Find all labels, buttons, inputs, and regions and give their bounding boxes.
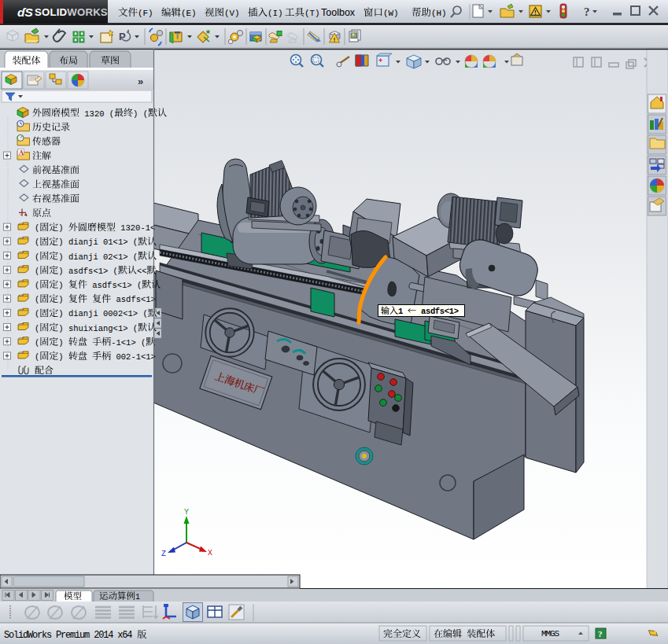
svg-text:(: ( bbox=[35, 252, 39, 262]
svg-text:SolidWorks Premium 2014 x64: SolidWorks Premium 2014 x64 bbox=[4, 630, 137, 641]
svg-text:asdfs<1>: asdfs<1> bbox=[416, 307, 459, 316]
svg-text:Y: Y bbox=[184, 508, 189, 517]
svg-text:(: ( bbox=[35, 281, 39, 290]
svg-text:Toolbox: Toolbox bbox=[321, 7, 356, 18]
svg-text:<<: << bbox=[137, 267, 147, 276]
svg-text:): ) bbox=[58, 295, 68, 304]
svg-text:(F): (F) bbox=[138, 9, 153, 18]
svg-text:) dianji 02<1> (: ) dianji 02<1> ( bbox=[58, 252, 138, 262]
svg-text:!: ! bbox=[334, 36, 336, 43]
svg-text:X: X bbox=[208, 549, 212, 558]
svg-text:) asdfs<1> (: ) asdfs<1> ( bbox=[58, 267, 118, 276]
svg-text:SOLIDWORKS: SOLIDWORKS bbox=[35, 6, 108, 18]
svg-text:) (: ) ( bbox=[133, 109, 148, 119]
svg-text:Z: Z bbox=[161, 550, 166, 558]
svg-text:(: ( bbox=[35, 267, 39, 276]
svg-text:asdfs<1> (: asdfs<1> ( bbox=[87, 281, 142, 290]
svg-text:(V): (V) bbox=[224, 9, 240, 18]
svg-text:1: 1 bbox=[398, 307, 408, 316]
svg-text:(: ( bbox=[35, 237, 39, 247]
svg-text:MMGS: MMGS bbox=[541, 629, 560, 638]
svg-text:(: ( bbox=[35, 223, 39, 233]
svg-text:asdfs<1>: asdfs<1> bbox=[111, 295, 156, 304]
svg-text:) dianji 01<1> (: ) dianji 01<1> ( bbox=[58, 237, 138, 247]
svg-text:(: ( bbox=[35, 338, 39, 348]
svg-text:002-1<1>: 002-1<1> bbox=[111, 352, 156, 362]
svg-text:): ) bbox=[58, 281, 68, 290]
svg-text:?: ? bbox=[584, 6, 590, 18]
svg-text:1: 1 bbox=[135, 593, 140, 602]
svg-text:(H): (H) bbox=[431, 9, 447, 18]
svg-text:A: A bbox=[19, 149, 24, 156]
svg-text:-1<1> (: -1<1> ( bbox=[111, 338, 146, 348]
svg-text:1320-1<: 1320-1< bbox=[116, 223, 155, 233]
svg-text:) shuixiang<1> (: ) shuixiang<1> ( bbox=[58, 324, 138, 333]
svg-text:(: ( bbox=[35, 352, 39, 362]
svg-text:+: + bbox=[378, 57, 382, 64]
svg-text:ɗS: ɗS bbox=[17, 6, 33, 19]
svg-text:): ) bbox=[58, 352, 68, 362]
svg-text:(T): (T) bbox=[304, 9, 320, 18]
svg-text:(: ( bbox=[35, 309, 39, 318]
svg-text:(: ( bbox=[35, 324, 39, 333]
svg-text:): ) bbox=[58, 338, 68, 348]
svg-text:?: ? bbox=[598, 629, 603, 638]
svg-text:(E): (E) bbox=[181, 9, 197, 18]
svg-text:1320 (: 1320 ( bbox=[79, 109, 114, 119]
svg-text:»: » bbox=[138, 75, 143, 87]
svg-text:(I): (I) bbox=[268, 9, 283, 18]
svg-text:(: ( bbox=[35, 295, 39, 304]
svg-text:): ) bbox=[58, 223, 68, 233]
svg-text:(W): (W) bbox=[383, 9, 399, 18]
svg-text:) dianji 0002<1> (: ) dianji 0002<1> ( bbox=[58, 309, 147, 318]
